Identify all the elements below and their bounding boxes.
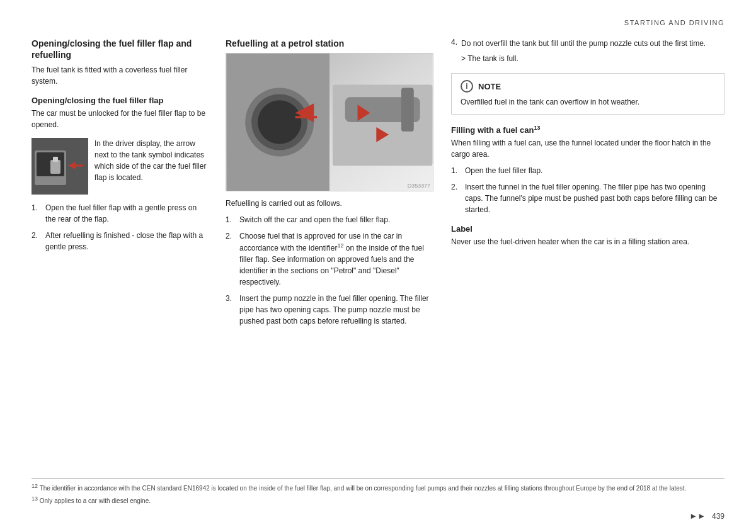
filling-title: Filling with a fuel can13 xyxy=(451,125,724,135)
page: STARTING AND DRIVING Opening/closing the… xyxy=(0,0,756,532)
footnote-13: 13 Only applies to a car with diesel eng… xyxy=(32,495,724,506)
step-text: After refuelling is finished - close the… xyxy=(45,230,208,252)
mid-step-2: 2. Choose fuel that is approved for use … xyxy=(226,230,433,288)
step-text: Insert the pump nozzle in the fuel fille… xyxy=(239,293,433,327)
svg-rect-4 xyxy=(53,157,58,162)
step-num: 1. xyxy=(226,214,236,225)
step-text: Open the fuel filler flap with a gentle … xyxy=(45,202,208,225)
step-num: 1. xyxy=(32,202,42,225)
step4-num: 4. xyxy=(451,38,457,49)
note-header: i NOTE xyxy=(461,80,715,93)
step-text: Insert the funnel in the fuel filler ope… xyxy=(465,181,724,215)
filling-steps-list: 1. Open the fuel filler flap. 2. Insert … xyxy=(451,165,724,215)
svg-rect-14 xyxy=(333,85,433,166)
step-num: 3. xyxy=(226,293,236,327)
step-text: Choose fuel that is approved for use in … xyxy=(239,230,433,288)
mid-column: Refuelling at a petrol station xyxy=(226,38,433,332)
main-content: Opening/closing the fuel filler flap and… xyxy=(32,38,724,332)
right-step-4: 4. Do not overfill the tank but fill unt… xyxy=(451,38,724,49)
note-box: i NOTE Overfilled fuel in the tank can o… xyxy=(451,73,724,115)
footnote-ref-13: 13 xyxy=(534,125,540,131)
refuel-illustration: D353377 xyxy=(226,54,433,191)
svg-rect-16 xyxy=(401,88,414,132)
label-text: Never use the fuel-driven heater when th… xyxy=(451,236,724,247)
left-steps-list: 1. Open the fuel filler flap with a gent… xyxy=(32,202,208,252)
mid-steps-list: 1. Switch off the car and open the fuel … xyxy=(226,214,433,327)
mid-intro: Refuelling is carried out as follows. xyxy=(226,198,433,209)
svg-point-11 xyxy=(258,101,301,144)
next-page-arrows: ►► xyxy=(689,511,706,521)
footnote-12: 12 The identifier in accordance with the… xyxy=(32,482,724,493)
right-column: 4. Do not overfill the tank but fill unt… xyxy=(451,38,724,252)
image-caption: In the driver display, the arrow next to… xyxy=(94,138,208,183)
note-label: NOTE xyxy=(478,82,501,91)
footnote-ref-12: 12 xyxy=(337,242,343,249)
step-num: 1. xyxy=(451,165,461,176)
step-num: 2. xyxy=(32,230,42,252)
main-title: Opening/closing the fuel filler flap and… xyxy=(32,38,208,60)
footnotes-section: 12 The identifier in accordance with the… xyxy=(32,478,724,507)
left-column: Opening/closing the fuel filler flap and… xyxy=(32,38,208,258)
fuel-icon-block: In the driver display, the arrow next to… xyxy=(32,138,208,195)
label-title: Label xyxy=(451,224,724,234)
step-num: 2. xyxy=(451,181,461,215)
fuel-pump-svg xyxy=(32,138,88,195)
refuel-image: D353377 xyxy=(226,53,433,191)
step-text: Open the fuel filler flap. xyxy=(465,165,542,176)
filling-step-2: 2. Insert the funnel in the fuel filler … xyxy=(451,181,724,215)
note-text: Overfilled fuel in the tank can overflow… xyxy=(461,96,715,108)
filling-intro: When filling with a fuel can, use the fu… xyxy=(451,137,724,160)
page-number: 439 xyxy=(712,512,724,521)
mid-step-1: 1. Switch off the car and open the fuel … xyxy=(226,214,433,225)
filling-title-text: Filling with a fuel can xyxy=(451,125,534,135)
header-title: STARTING AND DRIVING xyxy=(624,19,724,26)
svg-text:D353377: D353377 xyxy=(408,183,430,189)
left-step-2: 2. After refuelling is finished - close … xyxy=(32,230,208,252)
mid-step-3: 3. Insert the pump nozzle in the fuel fi… xyxy=(226,293,433,327)
sub-text-1: The car must be unlocked for the fuel fi… xyxy=(32,108,208,130)
filling-step-1: 1. Open the fuel filler flap. xyxy=(451,165,724,176)
page-header: STARTING AND DRIVING xyxy=(32,19,724,26)
fuel-icon-image xyxy=(32,138,88,195)
svg-rect-3 xyxy=(50,160,60,174)
mid-section-title: Refuelling at a petrol station xyxy=(226,38,433,49)
result-text: > The tank is full. xyxy=(461,53,724,64)
note-icon: i xyxy=(461,80,473,93)
step-text: Switch off the car and open the fuel fil… xyxy=(239,214,390,225)
left-step-1: 1. Open the fuel filler flap with a gent… xyxy=(32,202,208,225)
intro-text: The fuel tank is fitted with a coverless… xyxy=(32,64,208,87)
step4-text: Do not overfill the tank but fill until … xyxy=(461,38,706,49)
sub-title-1: Opening/closing the fuel filler flap xyxy=(32,96,208,105)
step-num: 2. xyxy=(226,230,236,288)
